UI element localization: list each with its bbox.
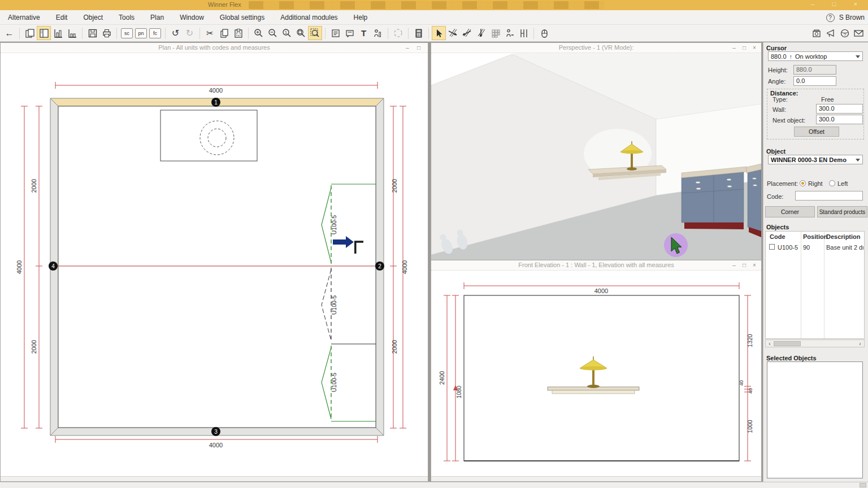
pointer-tool-icon[interactable] (432, 26, 446, 40)
plan-view-icon[interactable] (37, 26, 51, 40)
toolbar-right-group: ? (809, 25, 866, 42)
elevation-canvas[interactable]: 4000 2400 1080 1320 40 40 1000 (431, 271, 761, 477)
calculator-icon[interactable] (411, 26, 426, 40)
plan-maximize-button[interactable]: □ (414, 44, 423, 52)
paste-icon[interactable] (231, 26, 245, 40)
perspective-close-button[interactable]: × (750, 44, 759, 52)
perspective-minimize-button[interactable]: – (730, 44, 739, 52)
zoom-in-icon[interactable] (251, 26, 266, 40)
zoom-actual-icon[interactable]: 1 (280, 26, 294, 40)
menu-window[interactable]: Window (172, 10, 212, 25)
plan-minimize-button[interactable]: – (403, 44, 412, 52)
cursor-section-label: Cursor (766, 45, 787, 51)
snap-corner-icon[interactable] (474, 26, 488, 40)
menu-alternative[interactable]: Alternative (0, 10, 48, 25)
elevation-maximize-button[interactable]: □ (740, 262, 749, 269)
parallel-walls-icon[interactable] (517, 26, 531, 40)
zoom-out-icon[interactable] (266, 26, 280, 40)
menu-edit[interactable]: Edit (48, 10, 76, 25)
back-arrow-icon[interactable]: ← (2, 26, 16, 40)
plan-table[interactable] (160, 110, 257, 161)
placement-left-radio[interactable] (829, 180, 835, 186)
scroll-left-icon[interactable]: ‹ (766, 341, 774, 347)
cut-icon[interactable]: ✂ (203, 26, 217, 40)
snap-object-icon[interactable] (446, 26, 460, 40)
objects-table-scrollbar[interactable]: ‹ › (765, 339, 865, 347)
item-list-icon[interactable] (51, 26, 65, 40)
perspective-maximize-button[interactable]: □ (740, 44, 749, 52)
objects-table[interactable]: Code Position Description U100-5 90 Base… (765, 231, 865, 339)
notes-icon[interactable] (328, 26, 342, 40)
distance-wall-field[interactable]: 300.0 (816, 104, 863, 114)
rotate-circle-icon[interactable] (391, 26, 405, 40)
perspective-window-titlebar[interactable]: Perspective - 1 (VR Mode): – □ × (431, 43, 761, 53)
mail-icon[interactable] (852, 27, 866, 41)
undo-icon[interactable]: ↺ (168, 26, 183, 40)
elevation-minimize-button[interactable]: – (730, 262, 739, 269)
elevation-wall[interactable] (464, 295, 739, 461)
measure-person-icon[interactable] (502, 26, 517, 40)
height-field[interactable]: 880.0 (793, 65, 836, 75)
objects-col-position: Position (803, 233, 827, 240)
app-titlebar: Winner Flex – □ × (0, 0, 868, 10)
annotation-flag-icon[interactable] (342, 26, 357, 40)
elevation-list-icon[interactable] (65, 26, 79, 40)
person-report-icon[interactable] (371, 26, 385, 40)
redo-icon[interactable]: ↻ (183, 26, 197, 40)
menu-global-settings[interactable]: Global settings (212, 10, 272, 25)
elevation-window-titlebar[interactable]: Front Elevation - 1 : Wall - 1, Elevatio… (431, 260, 761, 271)
grid-icon[interactable] (488, 26, 502, 40)
new-plan-icon[interactable] (23, 26, 37, 40)
pn-button[interactable]: pn (134, 26, 148, 40)
scroll-right-icon[interactable]: › (856, 341, 864, 347)
zoom-border-icon[interactable] (308, 26, 322, 40)
archive-box-icon[interactable] (809, 27, 823, 41)
menu-object[interactable]: Object (75, 10, 111, 25)
elevation-close-button[interactable]: × (750, 262, 759, 269)
app-close-button[interactable]: × (850, 1, 861, 7)
save-icon[interactable] (85, 26, 99, 40)
help-icon[interactable]: ? (826, 14, 835, 22)
menu-plan[interactable]: Plan (142, 10, 172, 25)
row-checkbox[interactable] (769, 244, 775, 250)
menu-additional-modules[interactable]: Additional modules (272, 10, 345, 25)
angle-field[interactable]: 0.0 (793, 76, 836, 86)
sc-button[interactable]: sc (120, 26, 134, 40)
base-cabinet-right-3d[interactable] (747, 164, 761, 237)
distance-next-label: Next object: (772, 117, 805, 124)
elevation-horizontal-scrollbar[interactable] (431, 476, 761, 481)
standard-products-button[interactable]: Standard products (817, 206, 867, 217)
selected-objects-list[interactable] (767, 361, 863, 478)
plan-window-titlebar[interactable]: Plan - All units with codes and measures… (1, 43, 428, 53)
plan-canvas[interactable]: U100-5 U100-5 U100-5 1 2 3 4 (1, 53, 428, 477)
corner-button[interactable]: Corner (765, 206, 815, 217)
snap-wall-icon[interactable] (460, 26, 474, 40)
catalog-dropdown[interactable]: WINNER 0000-3 EN Demo (768, 155, 863, 164)
globe-help-icon[interactable]: ? (837, 27, 852, 41)
zoom-page-icon[interactable] (294, 26, 308, 40)
app-maximize-button[interactable]: □ (828, 1, 840, 7)
menu-tools[interactable]: Tools (111, 10, 142, 25)
print-icon[interactable] (99, 26, 114, 40)
toolbar-separator (325, 28, 326, 39)
plan-horizontal-scrollbar[interactable] (1, 476, 428, 481)
offset-button[interactable]: Offset (794, 127, 839, 137)
resize-grip[interactable] (860, 483, 866, 487)
user-name[interactable]: S Brown (839, 14, 865, 21)
announcement-horn-icon[interactable] (823, 27, 837, 41)
plan-dim-top: 4000 (209, 87, 223, 94)
app-minimize-button[interactable]: – (807, 1, 818, 7)
placement-right-radio[interactable] (800, 180, 806, 186)
code-field[interactable] (795, 191, 863, 201)
fc-button[interactable]: fc (148, 26, 162, 40)
vr-cursor-icon[interactable] (664, 233, 688, 257)
scrollbar-thumb[interactable] (774, 341, 801, 346)
cursor-mode-dropdown[interactable]: 880.0 ↑ On worktop (768, 51, 863, 61)
mouse-settings-icon[interactable] (537, 26, 551, 40)
text-tool-icon[interactable]: T (357, 26, 371, 40)
perspective-3d-view[interactable] (431, 53, 761, 260)
base-cabinets-3d[interactable] (682, 167, 747, 229)
menu-help[interactable]: Help (346, 10, 376, 25)
copy-icon[interactable] (217, 26, 231, 40)
distance-next-field[interactable]: 300.0 (816, 115, 863, 124)
